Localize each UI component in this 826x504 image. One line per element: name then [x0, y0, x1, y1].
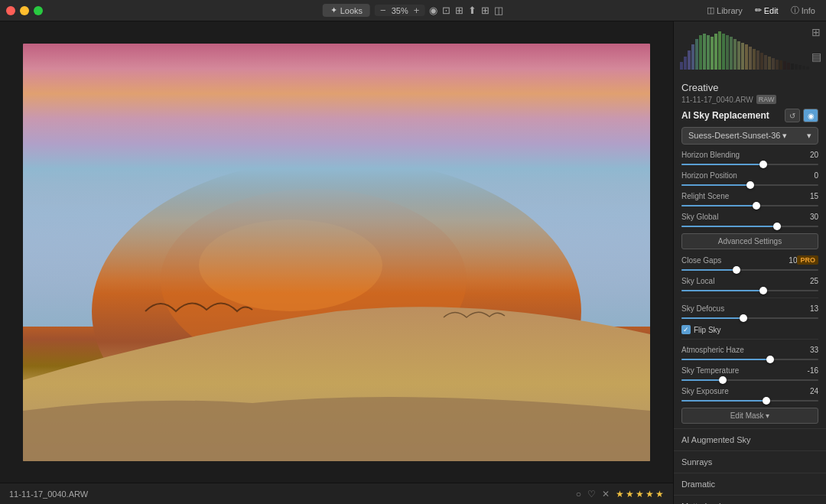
sky-toggle-button[interactable]: ◉: [803, 109, 818, 122]
svg-rect-24: [741, 43, 744, 70]
svg-rect-0: [23, 44, 650, 327]
filename-small: 11-11-17_0040.ARW RAW: [681, 95, 818, 104]
photo-canvas[interactable]: [23, 44, 650, 461]
slider-label-sky-exposure: Sky Exposure: [681, 387, 800, 395]
slider-value-sky-global: 30: [800, 213, 818, 221]
info-icon: ⓘ: [791, 5, 799, 16]
reject-icon[interactable]: ✕: [602, 489, 610, 499]
svg-rect-33: [776, 60, 779, 70]
slider-row-horizon-blending: Horizon Blending 20: [681, 151, 818, 159]
slider-track-sky-local[interactable]: [681, 290, 818, 291]
svg-rect-39: [798, 65, 802, 70]
slider-value-sky-exposure: 24: [800, 387, 818, 395]
slider-row-close-gaps: Close Gaps 10 PRO: [681, 255, 818, 265]
slider-row-horizon-position: Horizon Position 0: [681, 171, 818, 180]
sky-preset-dropdown[interactable]: Suess-Desert-Sunset-36 ▾ ▾: [681, 127, 818, 145]
slider-track-sky-temperature[interactable]: [681, 379, 818, 381]
bottom-icons: ○ ♡ ✕ ★ ★ ★ ★ ★: [576, 489, 664, 499]
slider-value-horizon-blending: 20: [800, 151, 818, 159]
list-item-dramatic[interactable]: Dramatic: [674, 473, 826, 495]
flip-sky-checkbox[interactable]: ✓: [681, 325, 691, 334]
star-rating[interactable]: ★ ★ ★ ★ ★: [616, 489, 664, 499]
star-4[interactable]: ★: [646, 489, 654, 499]
slider-track-sky-global[interactable]: [681, 226, 818, 227]
zoom-out-button[interactable]: −: [378, 5, 389, 15]
slider-value-atmospheric-haze: 33: [800, 346, 818, 354]
divider-1: [681, 298, 818, 298]
slider-track-relight-scene[interactable]: [681, 205, 818, 206]
traffic-lights: [6, 6, 43, 15]
right-panel: ⊞ ▤ Creative 11-11-17_0040.ARW RAW AI Sk…: [673, 21, 826, 504]
svg-point-7: [199, 219, 382, 311]
looks-button[interactable]: ✦ Looks: [323, 4, 370, 17]
svg-rect-32: [772, 58, 775, 70]
photo-container: [0, 21, 673, 483]
section-title: Creative: [681, 82, 818, 93]
svg-point-3: [444, 59, 650, 120]
heart-icon[interactable]: ♡: [587, 489, 596, 499]
slider-track-atmospheric-haze[interactable]: [681, 359, 818, 360]
slider-label-sky-temperature: Sky Temperature: [681, 366, 800, 375]
edit-mask-button[interactable]: Edit Mask ▾: [681, 408, 818, 424]
svg-rect-10: [688, 50, 691, 70]
minimize-button[interactable]: [20, 6, 29, 15]
svg-rect-20: [726, 35, 729, 70]
tab-info[interactable]: ⓘ Info: [786, 3, 820, 18]
adjustments-icon[interactable]: ▤: [811, 50, 821, 63]
list-item-sunrays[interactable]: Sunrays: [674, 450, 826, 473]
star-3[interactable]: ★: [636, 489, 644, 499]
chevron-down-icon: ▾: [807, 131, 811, 141]
star-2[interactable]: ★: [626, 489, 634, 499]
slider-label-relight-scene: Relight Scene: [681, 192, 800, 200]
creative-section: Creative 11-11-17_0040.ARW RAW AI Sky Re…: [674, 77, 826, 428]
slider-track-horizon-position[interactable]: [681, 184, 818, 186]
star-1[interactable]: ★: [616, 489, 624, 499]
slider-label-atmospheric-haze: Atmospheric Haze: [681, 346, 800, 354]
grid-icon[interactable]: ⊞: [481, 5, 489, 16]
eye-icon[interactable]: ◉: [429, 5, 437, 16]
svg-rect-38: [795, 64, 798, 70]
slider-track-close-gaps[interactable]: [681, 269, 818, 271]
svg-rect-28: [756, 50, 759, 70]
svg-point-1: [38, 59, 314, 151]
slider-label-sky-defocus: Sky Defocus: [681, 304, 800, 313]
layers-icon[interactable]: ⊞: [811, 26, 821, 38]
slider-label-sky-local: Sky Local: [681, 277, 800, 285]
svg-rect-16: [711, 37, 714, 70]
slider-row-sky-local: Sky Local 25: [681, 277, 818, 285]
tab-edit[interactable]: ✏ Edit: [750, 3, 783, 18]
main-content: 11-11-17_0040.ARW ○ ♡ ✕ ★ ★ ★ ★ ★: [0, 21, 826, 504]
reset-icon: ↺: [789, 112, 795, 120]
slider-track-horizon-blending[interactable]: [681, 164, 818, 165]
slider-track-sky-exposure[interactable]: [681, 400, 818, 402]
histogram-svg: [680, 28, 810, 70]
slider-track-sky-defocus[interactable]: [681, 317, 818, 319]
svg-rect-29: [760, 53, 763, 70]
zoom-controls: − 35% +: [375, 5, 424, 16]
svg-rect-41: [806, 67, 809, 70]
svg-rect-17: [714, 34, 717, 70]
svg-rect-37: [791, 63, 794, 70]
svg-rect-14: [703, 34, 706, 70]
advanced-settings-button[interactable]: Advanced Settings: [681, 233, 818, 249]
circle-icon[interactable]: ○: [576, 489, 581, 499]
edit-icon: ✏: [755, 5, 762, 15]
tab-library[interactable]: ◫ Library: [702, 3, 747, 18]
zoom-in-button[interactable]: +: [411, 5, 422, 15]
slider-value-close-gaps: 10: [779, 256, 797, 265]
titlebar: ✦ Looks − 35% + ◉ ⊡ ⊞ ⬆ ⊞ ◫ ◫ Library ✏ …: [0, 0, 826, 21]
crop-icon[interactable]: ⊞: [455, 5, 463, 16]
check-icon: ✓: [683, 326, 689, 333]
list-item-matte-look[interactable]: Matte Look: [674, 495, 826, 504]
svg-rect-15: [707, 35, 710, 70]
list-item-ai-augmented-sky[interactable]: AI Augmented Sky: [674, 428, 826, 450]
close-button[interactable]: [6, 6, 15, 15]
filename-label: 11-11-17_0040.ARW: [9, 489, 88, 499]
star-5[interactable]: ★: [655, 489, 664, 499]
svg-rect-30: [764, 55, 767, 70]
maximize-button[interactable]: [34, 6, 43, 15]
split-view-icon[interactable]: ⊡: [442, 5, 450, 16]
share-icon[interactable]: ⬆: [468, 5, 476, 16]
sky-reset-button[interactable]: ↺: [785, 109, 800, 122]
layout-icon[interactable]: ◫: [494, 5, 503, 16]
